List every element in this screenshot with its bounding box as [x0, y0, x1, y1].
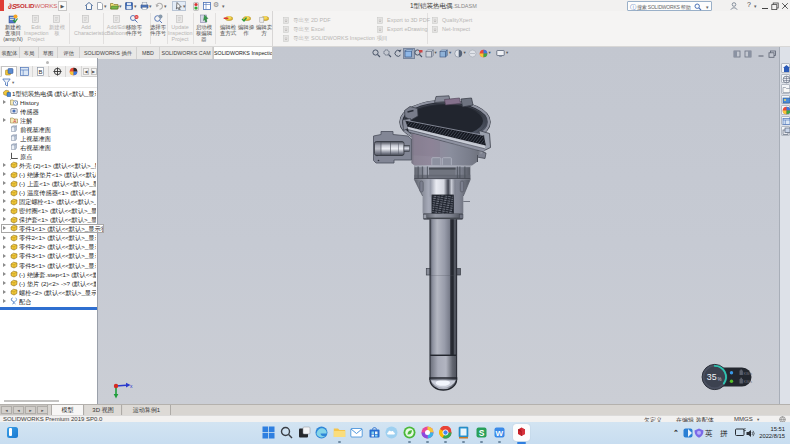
svg-text:KB/s: KB/s [744, 371, 752, 376]
svg-text:S: S [478, 428, 484, 438]
svg-text:W: W [495, 429, 503, 438]
svg-text:%: % [718, 377, 722, 382]
svg-text:A: A [13, 119, 16, 124]
svg-text:KB/s: KB/s [744, 379, 752, 384]
svg-text:B: B [39, 69, 43, 75]
svg-text:x: x [130, 383, 133, 389]
svg-text:35: 35 [707, 372, 717, 382]
